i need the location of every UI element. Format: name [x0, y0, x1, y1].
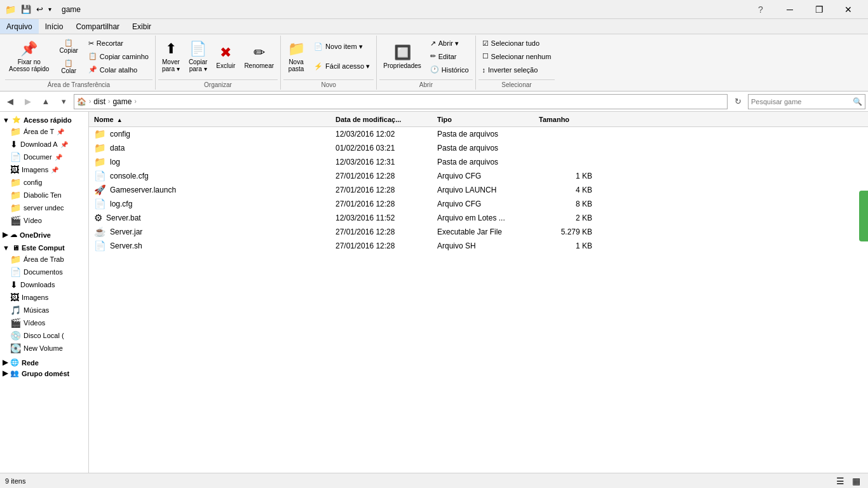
- menu-exibir[interactable]: Exibir: [126, 19, 158, 34]
- rename-btn[interactable]: ✏ Renomear: [240, 37, 278, 76]
- delete-btn[interactable]: ✖ Excluir: [212, 37, 239, 76]
- path-segment-game[interactable]: game: [112, 97, 132, 106]
- file-name: 📄 log.cfg: [89, 198, 330, 210]
- file-name: 📁 log: [89, 156, 330, 168]
- properties-btn[interactable]: 🔲 Propriedades: [379, 37, 424, 76]
- homegroup-header[interactable]: ▶ 👥 Grupo domést: [0, 368, 88, 379]
- sidebar-item-download-a[interactable]: ⬇ Download A 📌: [0, 138, 88, 151]
- open-buttons: 🔲 Propriedades ↗ Abrir ▾ ✏ Editar 🕐 Hist…: [379, 37, 472, 78]
- pc-icon: 🖥: [12, 244, 19, 252]
- select-all-btn[interactable]: ☑ Selecionar tudo: [478, 37, 555, 50]
- menu-inicio[interactable]: Início: [39, 19, 70, 34]
- col-date-header[interactable]: Data de modificaç...: [330, 116, 432, 123]
- onedrive-header[interactable]: ▶ ☁ OneDrive: [0, 229, 88, 240]
- table-row[interactable]: 📁 data 01/02/2016 03:21 Pasta de arquivo…: [89, 141, 868, 155]
- table-row[interactable]: ☕ Server.jar 27/01/2016 12:28 Executable…: [89, 225, 868, 239]
- folder-icon: 📁: [10, 177, 21, 187]
- sidebar-item-label: Documer: [24, 153, 52, 161]
- copy-btn[interactable]: 📋 Copiar: [54, 37, 83, 56]
- search-box[interactable]: 🔍: [748, 94, 865, 109]
- table-row[interactable]: 📄 console.cfg 27/01/2016 12:28 Arquivo C…: [89, 169, 868, 183]
- sidebar-item-area-t[interactable]: 📁 Área de T 📌: [0, 125, 88, 138]
- sidebar-item-documentos[interactable]: 📄 Documentos: [0, 266, 88, 278]
- sidebar-item-server-undec[interactable]: 📁 server undec: [0, 201, 88, 214]
- volume-icon: 💽: [10, 343, 21, 353]
- col-name-header[interactable]: Nome ▲: [89, 116, 330, 123]
- file-type: Pasta de arquivos: [432, 130, 534, 139]
- sidebar-item-config[interactable]: 📁 config: [0, 176, 88, 189]
- copy-path-btn[interactable]: 📋 Copiar caminho: [85, 50, 153, 63]
- sidebar-item-label: Diabolic Ten: [24, 191, 62, 199]
- file-size: 1 KB: [534, 241, 597, 250]
- sidebar-item-imagens[interactable]: 🖼 Imagens 📌: [0, 163, 88, 176]
- back-btn[interactable]: ◀: [3, 94, 18, 109]
- close-btn[interactable]: ✕: [834, 0, 863, 19]
- restore-btn[interactable]: ❐: [804, 0, 834, 19]
- sidebar-item-documer[interactable]: 📄 Documer 📌: [0, 151, 88, 163]
- file-icon: ☕: [94, 226, 106, 238]
- col-size-header[interactable]: Tamanho: [534, 116, 597, 123]
- folder-icon: 📁: [10, 254, 21, 264]
- easy-access-btn[interactable]: ⚡ Fácil acesso ▾: [310, 60, 374, 73]
- file-icon: 📄: [94, 170, 106, 182]
- sidebar-item-musicas[interactable]: 🎵 Músicas: [0, 304, 88, 316]
- sidebar-item-video[interactable]: 🎬 Vídeo: [0, 214, 88, 227]
- copy-to-btn[interactable]: 📄 Copiarpara ▾: [185, 37, 211, 76]
- sidebar: ▼ ⭐ Acesso rápido 📁 Área de T 📌 ⬇ Downlo…: [0, 112, 89, 473]
- sidebar-item-diabolic-ten[interactable]: 📁 Diabolic Ten: [0, 189, 88, 201]
- table-row[interactable]: 📁 config 12/03/2016 12:02 Pasta de arqui…: [89, 127, 868, 141]
- table-row[interactable]: ⚙ Server.bat 12/03/2016 11:52 Arquivo em…: [89, 211, 868, 225]
- recent-locations-btn[interactable]: ▾: [56, 94, 71, 109]
- table-row[interactable]: 🚀 Gameserver.launch 27/01/2016 12:28 Arq…: [89, 183, 868, 197]
- new-folder-btn[interactable]: 📁 Novapasta: [283, 37, 309, 76]
- help-btn[interactable]: ?: [746, 0, 775, 19]
- table-row[interactable]: 📄 log.cfg 27/01/2016 12:28 Arquivo CFG 8…: [89, 197, 868, 211]
- sidebar-item-imagens-pc[interactable]: 🖼 Imagens: [0, 291, 88, 304]
- paste-btn[interactable]: 📋 Colar: [54, 57, 83, 76]
- new-item-btn[interactable]: 📄 Novo item ▾: [310, 41, 374, 53]
- grid-view-btn[interactable]: ▦: [850, 476, 863, 486]
- sidebar-item-disco-local[interactable]: 💿 Disco Local (: [0, 329, 88, 342]
- menu-compartilhar[interactable]: Compartilhar: [69, 19, 126, 34]
- move-to-btn[interactable]: ⬆ Moverpara ▾: [158, 37, 184, 76]
- view-controls: ☰ ▦: [834, 476, 863, 486]
- file-icon: ⚙: [94, 212, 102, 224]
- video-icon: 🎬: [10, 215, 21, 226]
- refresh-btn[interactable]: ↻: [730, 94, 745, 109]
- list-view-btn[interactable]: ☰: [834, 476, 847, 486]
- homegroup-icon: 👥: [10, 369, 19, 377]
- file-date: 27/01/2016 12:28: [330, 186, 432, 194]
- paste-shortcut-btn[interactable]: 📌 Colar atalho: [85, 64, 153, 76]
- pin-quick-access-btn[interactable]: 📌 Fixar noAcesso rápido: [5, 37, 53, 76]
- dropdown-btn[interactable]: ▾: [48, 6, 51, 13]
- thispc-header[interactable]: ▼ 🖥 Este Comput: [0, 243, 88, 253]
- table-row[interactable]: 📄 Server.sh 27/01/2016 12:28 Arquivo SH …: [89, 239, 868, 253]
- invert-selection-btn[interactable]: ↕ Inverter seleção: [478, 64, 555, 76]
- search-input[interactable]: [751, 98, 850, 105]
- edit-btn[interactable]: ✏ Editar: [426, 50, 473, 63]
- path-segment-dist[interactable]: dist: [93, 97, 105, 106]
- sidebar-item-label: New Volume: [24, 344, 63, 352]
- undo-btn[interactable]: ↩: [36, 4, 43, 14]
- table-row[interactable]: 📁 log 12/03/2016 12:31 Pasta de arquivos: [89, 155, 868, 169]
- forward-btn[interactable]: ▶: [20, 94, 36, 109]
- cut-btn[interactable]: ✂ Recortar: [85, 37, 153, 50]
- open-btn[interactable]: ↗ Abrir ▾: [426, 37, 473, 50]
- select-none-btn[interactable]: ☐ Selecionar nenhum: [478, 50, 555, 63]
- sidebar-item-label: Documentos: [24, 268, 63, 276]
- minimize-btn[interactable]: ─: [775, 0, 804, 19]
- sidebar-item-new-volume[interactable]: 💽 New Volume: [0, 342, 88, 355]
- address-path[interactable]: 🏠 › dist › game ›: [74, 94, 728, 109]
- up-btn[interactable]: ▲: [38, 94, 53, 109]
- quick-save[interactable]: 💾: [21, 4, 31, 14]
- file-size: 1 KB: [534, 172, 597, 180]
- history-btn[interactable]: 🕐 Histórico: [426, 64, 473, 76]
- app-icon: 📁: [5, 4, 16, 15]
- quick-access-header[interactable]: ▼ ⭐ Acesso rápido: [0, 114, 88, 125]
- sidebar-item-area-trab[interactable]: 📁 Área de Trab: [0, 253, 88, 266]
- network-header[interactable]: ▶ 🌐 Rede: [0, 357, 88, 368]
- sidebar-item-downloads[interactable]: ⬇ Downloads: [0, 278, 88, 291]
- menu-arquivo[interactable]: Arquivo: [0, 19, 39, 34]
- sidebar-item-videos[interactable]: 🎬 Vídeos: [0, 316, 88, 329]
- col-type-header[interactable]: Tipo: [432, 116, 534, 123]
